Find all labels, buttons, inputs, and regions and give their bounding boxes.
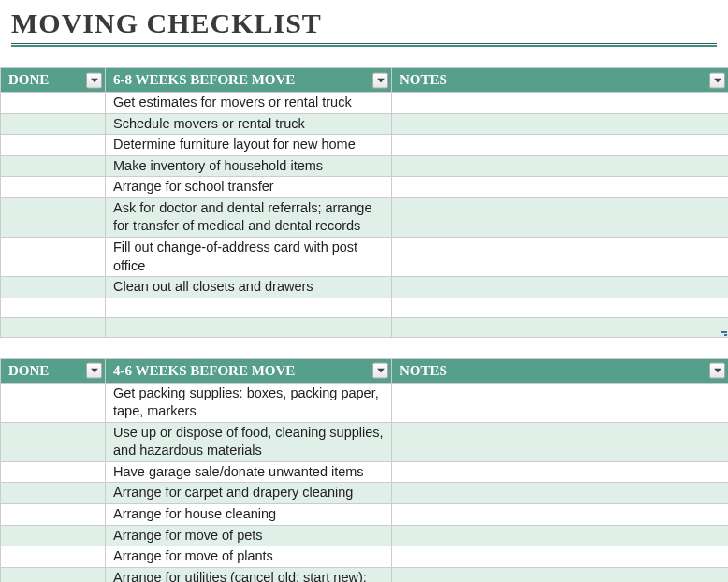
svg-marker-5 <box>714 369 721 373</box>
task-cell[interactable] <box>106 298 392 317</box>
filter-dropdown-icon[interactable] <box>372 72 388 88</box>
col-header-done-label: DONE <box>8 363 49 378</box>
task-cell[interactable]: Determine furniture layout for new home <box>106 135 392 156</box>
done-cell[interactable] <box>1 483 106 504</box>
notes-cell[interactable] <box>392 93 729 114</box>
done-cell[interactable] <box>1 113 106 135</box>
task-cell[interactable] <box>106 317 392 337</box>
task-cell[interactable]: Make inventory of household items <box>106 155 392 177</box>
filter-dropdown-icon[interactable] <box>86 72 102 88</box>
done-cell[interactable] <box>1 422 106 461</box>
notes-cell[interactable] <box>392 383 729 422</box>
done-cell[interactable] <box>1 197 106 237</box>
task-cell[interactable]: Schedule movers or rental truck <box>106 113 392 135</box>
table-row <box>1 298 729 317</box>
task-cell[interactable]: Arrange for move of pets <box>106 525 392 546</box>
table-row: Determine furniture layout for new home <box>1 135 729 156</box>
done-cell[interactable] <box>1 461 106 483</box>
section-4-6-weeks: DONE 4-6 WEEKS BEFORE MOVE NOTES Get pac… <box>0 358 728 582</box>
filter-dropdown-icon[interactable] <box>709 363 725 379</box>
table-row: Arrange for move of pets <box>1 525 729 546</box>
section-6-8-weeks: DONE 6-8 WEEKS BEFORE MOVE NOTES Get est… <box>0 67 728 338</box>
filter-dropdown-icon[interactable] <box>372 363 388 379</box>
notes-cell[interactable] <box>392 483 729 504</box>
notes-cell[interactable] <box>392 461 729 483</box>
notes-cell[interactable] <box>392 317 729 337</box>
col-header-task-label: 6-8 WEEKS BEFORE MOVE <box>113 72 295 87</box>
table-row <box>1 317 729 337</box>
task-cell[interactable]: Arrange for house cleaning <box>106 504 392 526</box>
table-row: Arrange for house cleaning <box>1 504 729 526</box>
checklist-table: DONE 6-8 WEEKS BEFORE MOVE NOTES Get est… <box>0 67 728 338</box>
table-row: Have garage sale/donate unwanted items <box>1 461 729 483</box>
notes-cell[interactable] <box>392 197 729 237</box>
task-cell[interactable]: Arrange for move of plants <box>106 546 392 568</box>
done-cell[interactable] <box>1 277 106 298</box>
svg-marker-1 <box>377 78 385 82</box>
done-cell[interactable] <box>1 567 106 582</box>
col-header-notes[interactable]: NOTES <box>392 68 729 93</box>
table-row: Arrange for carpet and drapery cleaning <box>1 483 729 504</box>
done-cell[interactable] <box>1 298 106 317</box>
notes-cell[interactable] <box>392 546 729 568</box>
done-cell[interactable] <box>1 135 106 156</box>
task-cell[interactable]: Have garage sale/donate unwanted items <box>106 461 392 483</box>
notes-cell[interactable] <box>392 177 729 198</box>
table-row: Clean out all closets and drawers <box>1 277 729 298</box>
task-cell[interactable]: Fill out change-of-address card with pos… <box>106 237 392 276</box>
done-cell[interactable] <box>1 383 106 422</box>
done-cell[interactable] <box>1 525 106 546</box>
checklist-table: DONE 4-6 WEEKS BEFORE MOVE NOTES Get pac… <box>0 358 728 582</box>
task-cell[interactable]: Clean out all closets and drawers <box>106 277 392 298</box>
done-cell[interactable] <box>1 504 106 526</box>
page-title: MOVING CHECKLIST <box>0 0 728 43</box>
table-row: Schedule movers or rental truck <box>1 113 729 135</box>
col-header-task[interactable]: 4-6 WEEKS BEFORE MOVE <box>106 358 392 383</box>
task-cell[interactable]: Ask for doctor and dental referrals; arr… <box>106 197 392 237</box>
table-row: Get estimates for movers or rental truck <box>1 93 729 114</box>
col-header-done[interactable]: DONE <box>1 358 106 383</box>
done-cell[interactable] <box>1 317 106 337</box>
done-cell[interactable] <box>1 155 106 177</box>
table-row: Ask for doctor and dental referrals; arr… <box>1 197 729 237</box>
table-row: Fill out change-of-address card with pos… <box>1 237 729 276</box>
done-cell[interactable] <box>1 177 106 198</box>
notes-cell[interactable] <box>392 504 729 526</box>
table-resize-handle-icon[interactable] <box>720 328 727 336</box>
done-cell[interactable] <box>1 546 106 568</box>
filter-dropdown-icon[interactable] <box>709 72 725 88</box>
table-row: Arrange for move of plants <box>1 546 729 568</box>
notes-cell[interactable] <box>392 277 729 298</box>
done-cell[interactable] <box>1 93 106 114</box>
col-header-done[interactable]: DONE <box>1 68 106 93</box>
table-row: Make inventory of household items <box>1 155 729 177</box>
notes-cell[interactable] <box>392 155 729 177</box>
notes-cell[interactable] <box>392 298 729 317</box>
task-cell[interactable]: Use up or dispose of food, cleaning supp… <box>106 422 392 461</box>
title-underline <box>11 43 717 47</box>
task-cell[interactable]: Arrange for school transfer <box>106 177 392 198</box>
col-header-task[interactable]: 6-8 WEEKS BEFORE MOVE <box>106 68 392 93</box>
notes-cell[interactable] <box>392 525 729 546</box>
done-cell[interactable] <box>1 237 106 276</box>
col-header-notes[interactable]: NOTES <box>392 358 729 383</box>
col-header-task-label: 4-6 WEEKS BEFORE MOVE <box>113 363 295 378</box>
task-cell[interactable]: Arrange for carpet and drapery cleaning <box>106 483 392 504</box>
filter-dropdown-icon[interactable] <box>86 363 102 379</box>
col-header-notes-label: NOTES <box>400 363 447 378</box>
task-cell[interactable]: Get estimates for movers or rental truck <box>106 93 392 114</box>
task-cell[interactable]: Get packing supplies: boxes, packing pap… <box>106 383 392 422</box>
notes-cell[interactable] <box>392 237 729 276</box>
notes-cell[interactable] <box>392 567 729 582</box>
notes-cell[interactable] <box>392 135 729 156</box>
table-row: Get packing supplies: boxes, packing pap… <box>1 383 729 422</box>
notes-cell[interactable] <box>392 422 729 461</box>
table-row: Use up or dispose of food, cleaning supp… <box>1 422 729 461</box>
notes-cell[interactable] <box>392 113 729 135</box>
svg-marker-0 <box>91 78 98 82</box>
svg-marker-4 <box>377 369 385 373</box>
table-row: Arrange for school transfer <box>1 177 729 198</box>
task-cell[interactable]: Arrange for utilities (cancel old; start… <box>106 567 392 582</box>
col-header-done-label: DONE <box>8 72 49 87</box>
col-header-notes-label: NOTES <box>400 72 447 87</box>
